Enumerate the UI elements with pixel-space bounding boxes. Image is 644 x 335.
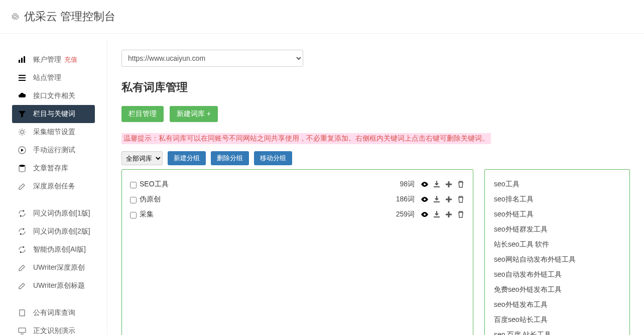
new-lexicon-button[interactable]: 新建词库 + [170,106,218,122]
keyword-item[interactable]: 百度seo站长工具 [493,312,621,327]
sidebar-item-label: UWriter深度原创 [18,263,85,272]
cloud-icon [18,92,26,100]
chart-bar-icon [18,56,26,64]
tip-label: 温馨提示： [123,134,159,142]
warning-tip: 温馨提示：私有词库可以在同账号不同网站之间共享使用，不必重复添加。右侧框内关键词… [121,133,491,144]
app-header: 优采云 管理控制台 [0,0,644,34]
delete-group-button[interactable]: 删除分组 [211,151,249,165]
trash-icon[interactable] [457,210,465,218]
trash-icon[interactable] [457,180,465,188]
keyword-item[interactable]: 免费seo外链发布工具 [493,282,621,297]
monitor-icon [18,327,26,335]
sidebar-item-采集细节设置[interactable]: 采集细节设置 [0,123,107,141]
move-group-button[interactable]: 移动分组 [254,151,292,165]
new-group-button[interactable]: 新建分组 [168,151,206,165]
sidebar-item-栏目与关键词[interactable]: 栏目与关键词 [12,105,95,123]
plus-icon[interactable] [445,180,453,188]
lexicon-name[interactable]: 采集 [140,210,396,219]
edit-icon [18,182,26,190]
sidebar-item-label: 智能伪原创[AI版] [18,245,86,254]
refresh-icon [18,228,26,236]
sidebar-item-label: 手动运行测试 [18,146,75,155]
keyword-item[interactable]: seo排名工具 [493,192,621,207]
lexicon-row: SEO工具98词 [130,177,465,192]
sidebar-item-label: 公有词库查询 [18,308,75,317]
edit-icon [18,264,26,272]
db-icon [18,164,26,172]
keyword-item[interactable]: seo外链工具 [493,207,621,222]
sidebar-item-UWriter深度原创[interactable]: UWriter深度原创 [0,259,107,277]
cogs-icon [18,128,26,136]
sidebar-item-label: 正文识别演示 [18,326,75,335]
download-icon[interactable] [433,180,441,188]
book-icon [18,309,26,317]
sidebar-item-公有词库查询[interactable]: 公有词库查询 [0,304,107,322]
tip-text: 私有词库可以在同账号不同网站之间共享使用，不必重复添加。右侧框内关键词上点击右键… [159,134,489,142]
plus-icon[interactable] [445,210,453,218]
refresh-icon [18,246,26,254]
lexicon-row: 伪原创186词 [130,192,465,207]
sidebar-item-label: 同义词伪原创[1版] [18,209,90,218]
group-select[interactable]: 全部词库 [121,151,163,165]
keyword-item[interactable]: seo工具 [493,177,621,192]
keyword-item[interactable]: seo外链发布工具 [493,297,621,312]
eye-icon[interactable] [421,195,429,203]
edit-icon [18,282,26,290]
sidebar-item-正文识别演示[interactable]: 正文识别演示 [0,322,107,335]
main-content: https://www.ucaiyun.com 私有词库管理 栏目管理 新建词库… [107,40,644,335]
keyword-item[interactable]: seo外链群发工具 [493,222,621,237]
sidebar-item-同义词伪原创[1版][interactable]: 同义词伪原创[1版] [0,204,107,222]
sidebar: 账户管理充值站点管理接口文件相关栏目与关键词采集细节设置手动运行测试文章暂存库深… [0,40,107,335]
eye-icon[interactable] [421,210,429,218]
eye-icon[interactable] [421,180,429,188]
lexicon-count: 259词 [396,210,415,219]
column-manage-button[interactable]: 栏目管理 [121,106,164,122]
lexicon-checkbox[interactable] [130,182,137,188]
keyword-item[interactable]: seo自动发布外链工具 [493,267,621,282]
sidebar-item-文章暂存库[interactable]: 文章暂存库 [0,159,107,177]
keyword-item[interactable]: seo 百度 站长工具 [493,327,621,335]
sidebar-item-手动运行测试[interactable]: 手动运行测试 [0,141,107,159]
app-title: 优采云 管理控制台 [24,9,115,24]
sidebar-item-接口文件相关[interactable]: 接口文件相关 [0,87,107,105]
sidebar-item-label: 栏目与关键词 [18,109,75,119]
keyword-item[interactable]: seo网站自动发布外链工具 [493,252,621,267]
lexicon-count: 186词 [396,195,415,204]
lexicon-row: 采集259词 [130,207,465,222]
page-title: 私有词库管理 [121,80,630,95]
lexicon-checkbox[interactable] [130,197,137,203]
plus-icon[interactable] [445,195,453,203]
sidebar-item-label: 采集细节设置 [18,128,75,137]
sidebar-item-label: 同义词伪原创[2版] [18,227,90,236]
sidebar-item-深度原创任务[interactable]: 深度原创任务 [0,177,107,195]
sidebar-item-UWriter原创标题[interactable]: UWriter原创标题 [0,277,107,295]
sidebar-item-label: UWriter原创标题 [18,281,85,290]
refresh-icon [18,209,26,217]
lexicon-list-panel: SEO工具98词伪原创186词采集259词 [121,169,473,335]
recharge-badge: 充值 [64,55,77,64]
sidebar-item-label: 深度原创任务 [18,182,75,191]
download-icon[interactable] [433,210,441,218]
sidebar-item-站点管理[interactable]: 站点管理 [0,69,107,87]
sidebar-item-账户管理[interactable]: 账户管理充值 [0,51,107,69]
keyword-item[interactable]: 站长seo工具 软件 [493,237,621,252]
lexicon-count: 98词 [400,180,415,189]
play-icon [18,146,26,154]
download-icon[interactable] [433,195,441,203]
lexicon-name[interactable]: 伪原创 [140,195,396,204]
list-icon [18,74,26,82]
lexicon-name[interactable]: SEO工具 [140,180,400,189]
keyword-list-panel: seo工具seo排名工具seo外链工具seo外链群发工具站长seo工具 软件se… [484,169,630,335]
site-select[interactable]: https://www.ucaiyun.com [121,50,303,67]
sidebar-item-智能伪原创[AI版][interactable]: 智能伪原创[AI版] [0,241,107,259]
gear-icon [11,13,19,21]
sidebar-item-label: 接口文件相关 [18,91,75,100]
filter-icon [18,110,26,118]
lexicon-checkbox[interactable] [130,212,137,218]
trash-icon[interactable] [457,195,465,203]
sidebar-item-同义词伪原创[2版][interactable]: 同义词伪原创[2版] [0,222,107,241]
